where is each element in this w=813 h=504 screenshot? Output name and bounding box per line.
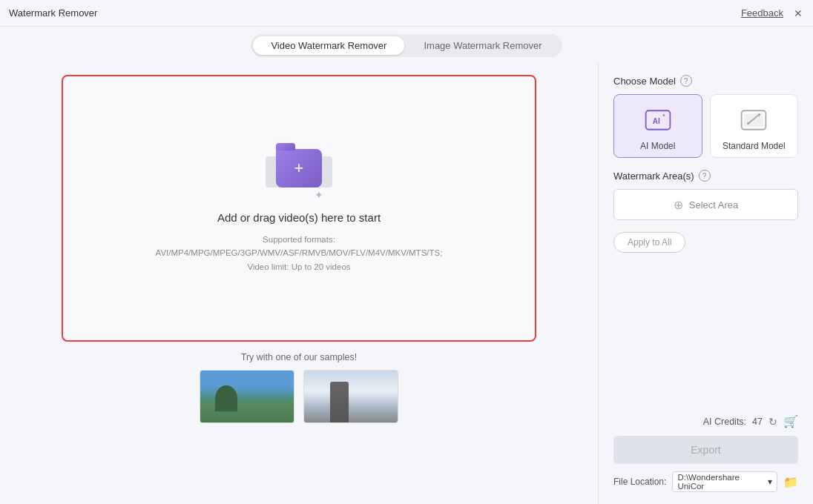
tabbar: Video Watermark Remover Image Watermark … — [0, 27, 813, 63]
ai-model-icon: AI ✦ — [642, 104, 674, 136]
tab-image-watermark[interactable]: Image Watermark Remover — [406, 36, 559, 55]
file-location-label: File Location: — [613, 477, 666, 487]
svg-text:✦: ✦ — [662, 112, 666, 119]
titlebar-controls: Feedback ✕ — [741, 7, 804, 19]
samples-label: Try with one of our samples! — [241, 352, 358, 362]
dropdown-chevron-icon: ▾ — [768, 477, 772, 487]
svg-rect-5 — [745, 113, 763, 127]
samples-section: Try with one of our samples! — [62, 352, 536, 423]
dropzone-title: Add or drag video(s) here to start — [217, 211, 381, 224]
folder-icon-container: + ✦ ✦ — [266, 143, 332, 202]
select-area-button[interactable]: ⊕ Select Area — [613, 189, 798, 220]
standard-model-icon — [737, 104, 770, 136]
samples-row — [200, 370, 398, 423]
sparkle-bottomright-icon: ✦ — [315, 189, 323, 201]
standard-model-label: Standard Model — [723, 141, 786, 151]
main-content: + ✦ ✦ Add or drag video(s) here to start… — [0, 63, 813, 504]
export-button[interactable]: Export — [613, 436, 798, 464]
app-title-area: Watermark Remover — [9, 7, 97, 19]
choose-model-section: Choose Model ? AI ✦ AI — [613, 75, 798, 158]
apply-all-button[interactable]: Apply to All — [613, 232, 685, 253]
feedback-link[interactable]: Feedback — [741, 7, 783, 19]
app-title: Watermark Remover — [9, 7, 97, 19]
left-panel: + ✦ ✦ Add or drag video(s) here to start… — [0, 63, 598, 504]
ai-model-label: AI Model — [640, 141, 675, 151]
spacer — [613, 265, 798, 402]
apply-all-section: Apply to All — [613, 232, 798, 253]
ai-model-card[interactable]: AI ✦ AI Model — [613, 94, 702, 158]
sample-thumb-1[interactable] — [200, 370, 294, 423]
file-location-select[interactable]: D:\Wondershare UniCor ▾ — [672, 471, 777, 492]
watermark-areas-label: Watermark Area(s) ? — [613, 170, 798, 182]
refresh-icon[interactable]: ↻ — [768, 416, 777, 428]
folder-main-icon: + — [276, 149, 322, 188]
tab-video-watermark[interactable]: Video Watermark Remover — [253, 36, 404, 55]
svg-point-8 — [758, 113, 761, 116]
ai-credits-value: 47 — [752, 417, 763, 427]
close-button[interactable]: ✕ — [792, 7, 804, 19]
ai-credits-row: AI Credits: 47 ↻ 🛒 — [613, 414, 798, 428]
select-area-crosshair-icon: ⊕ — [674, 198, 683, 212]
choose-model-label: Choose Model ? — [613, 75, 798, 87]
svg-text:AI: AI — [652, 117, 659, 125]
dropzone-inner: + ✦ ✦ Add or drag video(s) here to start… — [156, 143, 443, 273]
sample-thumb-2[interactable] — [303, 370, 398, 423]
bottom-section: AI Credits: 47 ↻ 🛒 Export File Location:… — [613, 414, 798, 492]
dropzone[interactable]: + ✦ ✦ Add or drag video(s) here to start… — [62, 75, 536, 342]
model-cards: AI ✦ AI Model — [613, 94, 798, 158]
tab-group: Video Watermark Remover Image Watermark … — [251, 34, 562, 57]
watermark-areas-help-icon[interactable]: ? — [699, 170, 711, 182]
cart-icon[interactable]: 🛒 — [783, 414, 798, 428]
right-panel: Choose Model ? AI ✦ AI — [598, 63, 813, 504]
standard-model-card[interactable]: Standard Model — [710, 94, 799, 158]
file-location-row: File Location: D:\Wondershare UniCor ▾ 📁 — [613, 471, 798, 492]
titlebar: Watermark Remover Feedback ✕ — [0, 0, 813, 27]
choose-model-help-icon[interactable]: ? — [680, 75, 692, 87]
watermark-area-section: Watermark Area(s) ? ⊕ Select Area — [613, 170, 798, 220]
folder-plus-icon: + — [294, 160, 304, 176]
svg-point-7 — [747, 122, 750, 125]
dropzone-formats: Supported formats: AVI/MP4/MPG/MPEG/3GP/… — [156, 233, 443, 273]
file-folder-browse-icon[interactable]: 📁 — [783, 475, 798, 489]
